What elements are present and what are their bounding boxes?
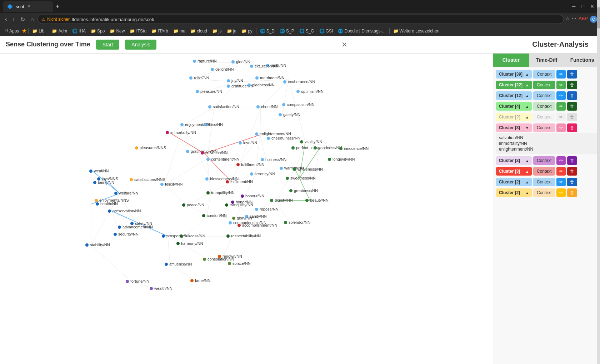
bm-new[interactable]: 📁 New	[108, 28, 127, 34]
context-btn-39[interactable]: Context	[533, 70, 555, 79]
bm-gsi[interactable]: 🌐 GSI	[317, 28, 335, 34]
bm-lib[interactable]: 📁 Lib	[30, 28, 46, 34]
context-btn-3-purple[interactable]: Context	[533, 156, 555, 165]
node-enjoyments[interactable]: enjoyments/NNS	[95, 198, 129, 202]
tab-time-diff[interactable]: Time-Diff	[529, 54, 565, 67]
context-btn-22[interactable]: Context	[533, 81, 555, 89]
reload-btn[interactable]: ↻	[18, 15, 27, 24]
bm-sg[interactable]: 🌐 S_G	[297, 28, 316, 34]
node-fullfilment2[interactable]: fulfilment/NN	[226, 180, 253, 184]
bm-itstu[interactable]: 📁 ITStu	[128, 28, 149, 34]
tab-cluster[interactable]: Cluster	[493, 54, 529, 67]
tab-functions[interactable]: Functions	[564, 54, 600, 67]
delete-btn-3-pink[interactable]: 🗑	[567, 123, 577, 132]
node-satisfactions[interactable]: satisfactions/NNS	[130, 177, 165, 182]
node-gaiety[interactable]: gaiety/NN	[279, 112, 300, 117]
node-fulfillment[interactable]: fulfillment/NN	[236, 162, 264, 167]
bm-doodle[interactable]: 🌐 Doodle | Dienstags-...	[336, 28, 388, 34]
active-tab[interactable]: 🔷 scot ✕	[3, 1, 53, 12]
node-tranquility2[interactable]: tranquility/NN	[225, 203, 253, 207]
cluster-btn-3-purple[interactable]: Cluster [3] ▲	[496, 156, 532, 165]
context-btn-3-red[interactable]: Context	[533, 167, 555, 176]
node-fame[interactable]: fame/NN	[190, 278, 210, 283]
node-harmony[interactable]: harmony/NN	[176, 241, 203, 246]
node-immortality[interactable]: immortality/NN	[166, 130, 196, 135]
context-btn-4[interactable]: Context	[533, 102, 555, 111]
edit-btn-3-pink[interactable]: ✏	[556, 123, 566, 132]
node-solace[interactable]: solace/NN	[228, 261, 251, 266]
node-preservation[interactable]: preservation/NN	[108, 209, 141, 213]
node-wholeness[interactable]: wholeness/NN	[293, 167, 323, 171]
node-accomplishment[interactable]: accomplishment/NN	[238, 223, 277, 227]
node-delight[interactable]: delight/NN	[211, 67, 234, 71]
graph-area[interactable]: rapture/NNglee/NNmirth/NNdelight/NNext..…	[0, 54, 493, 364]
node-affluence[interactable]: affluence/NN	[165, 262, 192, 266]
edit-btn-39[interactable]: ✏	[556, 70, 566, 79]
cluster-btn-12[interactable]: Cluster [12] ▲	[496, 91, 532, 100]
delete-btn-yellow[interactable]: 🗑	[567, 113, 577, 121]
profile-icon[interactable]: C	[590, 16, 597, 23]
home-btn[interactable]: ⌂	[29, 15, 36, 23]
node-contentment[interactable]: contentment/NN	[206, 157, 239, 161]
node-compassion[interactable]: compassion/NN	[282, 102, 315, 107]
cluster-btn-2-blue[interactable]: Cluster [2] ▲	[496, 178, 532, 186]
node-goodness[interactable]: goodness/NN	[314, 146, 342, 150]
cluster-btn-yellow[interactable]: Cluster [?] ▲	[496, 113, 532, 121]
node-pleasure[interactable]: pleasure/NN	[196, 89, 222, 93]
node-merriment[interactable]: merriment/NN	[255, 76, 284, 80]
cluster-btn-39[interactable]: Cluster [39] ▲	[496, 70, 532, 79]
node-love[interactable]: love/NN	[239, 141, 257, 145]
maximize-btn[interactable]: □	[581, 4, 584, 9]
node-sweetness[interactable]: sweetness/NN	[286, 176, 316, 180]
context-btn-yellow[interactable]: Context	[533, 113, 555, 121]
node-gladness[interactable]: gladness/NN	[248, 83, 275, 87]
bm-ja[interactable]: 📁 ja	[225, 28, 239, 34]
bm-adm[interactable]: 📁 Adm	[50, 28, 69, 34]
delete-btn-2-orange[interactable]: 🗑	[567, 188, 577, 197]
node-consolation[interactable]: consolation/NN	[203, 257, 234, 261]
node-weal[interactable]: weal/NN	[89, 169, 109, 173]
bm-js[interactable]: 📁 js	[210, 28, 224, 34]
new-tab-btn[interactable]: +	[54, 1, 61, 12]
cluster-btn-22[interactable]: Cluster [22] ▲	[496, 81, 532, 89]
node-comfort[interactable]: comfort/NN	[202, 213, 227, 218]
node-beauty[interactable]: beauty/NN	[305, 198, 329, 202]
node-respectability[interactable]: respectability/NN	[226, 234, 261, 238]
sidebar-scrollbar[interactable]	[597, 54, 600, 364]
node-bliss[interactable]: bliss/NN	[204, 122, 223, 127]
node-innocence[interactable]: innocence/NN	[339, 146, 369, 151]
node-fortune[interactable]: fortune/NN	[126, 279, 149, 283]
analysis-button[interactable]: Analysis	[125, 40, 156, 50]
node-satisfaction[interactable]: satisfaction/NN	[208, 105, 239, 109]
delete-btn-22[interactable]: 🗑	[567, 81, 577, 89]
cluster-btn-3-pink[interactable]: Cluster [3] ▼	[496, 123, 532, 132]
node-optimism[interactable]: optimism/NN	[296, 89, 324, 93]
node-honour[interactable]: honour/NN	[241, 194, 264, 198]
adblock-icon[interactable]: ABP	[579, 16, 588, 23]
node-stability[interactable]: stability/NN	[85, 243, 110, 247]
node-splendor[interactable]: splendor/NN	[284, 220, 310, 224]
edit-btn-2-blue[interactable]: ✏	[556, 178, 566, 186]
node-pleasures[interactable]: pleasures/NNS	[135, 146, 166, 150]
tab-close-btn[interactable]: ✕	[27, 4, 31, 9]
bm-py[interactable]: 📁 py	[239, 28, 255, 34]
delete-btn-4[interactable]: 🗑	[567, 102, 577, 111]
close-window-btn[interactable]: ✕	[590, 4, 594, 9]
delete-btn-3-purple[interactable]: 🗑	[567, 156, 577, 165]
node-dignity[interactable]: dignity/NN	[270, 198, 293, 202]
edit-btn-3-red[interactable]: ✏	[556, 167, 566, 176]
bm-iha[interactable]: 🌐 IHA	[70, 28, 88, 34]
bm-sd[interactable]: 🌐 S_D	[258, 28, 277, 34]
bm-apps[interactable]: ⠿ Apps	[3, 28, 21, 34]
node-longevity[interactable]: longevity/NN	[328, 157, 355, 161]
cluster-btn-4[interactable]: Cluster [4] ▲	[496, 102, 532, 111]
bm-spo[interactable]: 📁 Spo	[89, 28, 107, 34]
node-welfare[interactable]: welfare/NN	[114, 191, 138, 195]
cluster-btn-3-red[interactable]: Cluster [3] ▲	[496, 167, 532, 176]
node-exta[interactable]: ext..ration/NN	[250, 64, 279, 68]
delete-btn-3-red[interactable]: 🗑	[567, 167, 577, 176]
node-wealth[interactable]: wealth/NN	[150, 286, 172, 290]
bm-more[interactable]: 📁 Weitere Lesezeichen	[391, 28, 442, 34]
extensions-icon[interactable]: ⋯	[572, 16, 576, 23]
node-being[interactable]: being/NN	[93, 180, 114, 184]
